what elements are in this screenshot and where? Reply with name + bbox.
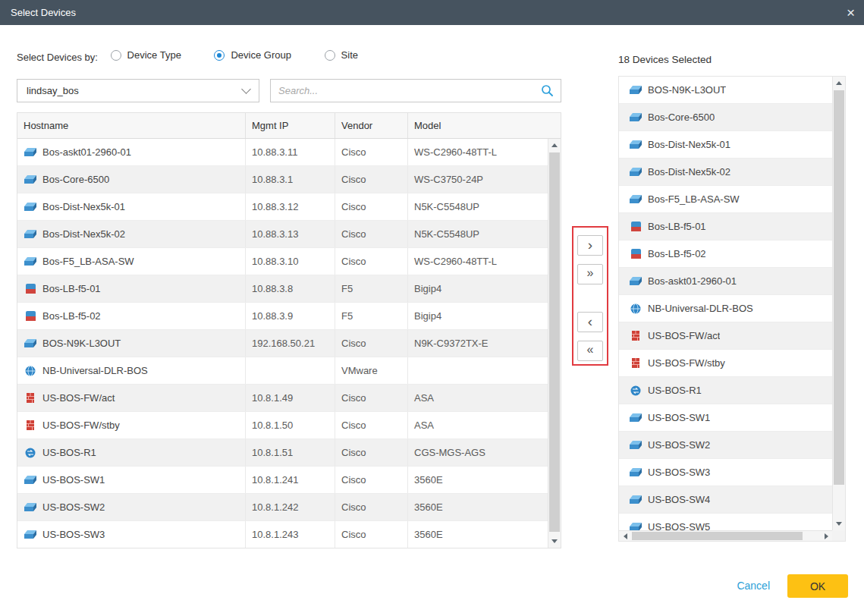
hostname-cell: Bos-LB-f5-01 — [17, 275, 245, 302]
selected-device-item[interactable]: US-BOS-SW3 — [619, 459, 832, 486]
lb-device-icon — [24, 311, 37, 321]
model-cell: N5K-C5548UP — [407, 193, 548, 220]
selected-device-item[interactable]: US-BOS-SW1 — [619, 404, 832, 432]
radio-device-type[interactable]: Device Type — [111, 49, 181, 62]
search-icon[interactable] — [541, 84, 554, 97]
vendor-cell: Cisco — [335, 521, 407, 548]
column-header-hostname[interactable]: Hostname — [17, 113, 245, 138]
column-header-mgmt-ip[interactable]: Mgmt IP — [245, 113, 335, 138]
table-row[interactable]: Bos-Dist-Nex5k-0110.88.3.12CiscoN5K-C554… — [17, 193, 548, 221]
select-devices-dialog: Select Devices × Select Devices by: Devi… — [0, 0, 864, 616]
model-cell-text: N5K-C5548UP — [414, 228, 479, 240]
selected-device-item[interactable]: US-BOS-SW5 — [619, 514, 832, 530]
table-row[interactable]: Bos-LB-f5-0210.88.3.9F5Bigip4 — [17, 303, 548, 330]
table-row[interactable]: NB-Universal-DLR-BOSVMware — [17, 357, 548, 385]
hostname-cell: US-BOS-SW1 — [17, 467, 245, 493]
router-device-icon — [24, 448, 37, 458]
selected-device-item[interactable]: Bos-Core-6500 — [619, 104, 832, 131]
vendor-cell: Cisco — [335, 193, 407, 220]
vendor-cell: Cisco — [335, 467, 407, 493]
device-group-dropdown[interactable]: lindsay_bos — [17, 79, 259, 102]
search-input[interactable] — [271, 85, 541, 96]
hostname-cell: Bos-Dist-Nex5k-01 — [17, 193, 245, 220]
selected-list-horizontal-scrollbar[interactable] — [619, 530, 832, 541]
lb-device-icon — [629, 249, 643, 259]
scroll-down-button[interactable] — [548, 535, 561, 548]
table-row[interactable]: Bos-Core-650010.88.3.1CiscoWS-C3750-24P — [17, 166, 548, 193]
selected-device-item[interactable]: NB-Universal-DLR-BOS — [619, 295, 832, 322]
selected-device-item[interactable]: US-BOS-SW2 — [619, 432, 832, 459]
hostname-cell: Bos-askt01-2960-01 — [17, 139, 245, 165]
model-cell: ASA — [407, 412, 548, 438]
table-row[interactable]: US-BOS-SW210.8.1.242Cisco3560E — [17, 494, 548, 521]
move-left-button[interactable]: ‹ — [577, 312, 603, 332]
selected-device-item[interactable]: Bos-Dist-Nex5k-01 — [619, 131, 832, 159]
vendor-cell: Cisco — [335, 330, 407, 357]
model-cell-text: N9K-C9372TX-E — [414, 338, 489, 349]
table-row[interactable]: US-BOS-FW/act10.8.1.49CiscoASA — [17, 385, 548, 412]
vendor-cell-text: Cisco — [341, 392, 366, 404]
selected-device-label: US-BOS-FW/act — [648, 330, 720, 341]
hostname-text: US-BOS-FW/act — [42, 392, 115, 404]
selected-device-item[interactable]: US-BOS-FW/act — [619, 322, 832, 350]
selected-device-item[interactable]: US-BOS-R1 — [619, 377, 832, 404]
table-row[interactable]: Bos-askt01-2960-0110.88.3.11CiscoWS-C296… — [17, 139, 548, 166]
selected-device-item[interactable]: BOS-N9K-L3OUT — [619, 77, 832, 104]
close-icon[interactable]: × — [847, 0, 855, 25]
cancel-button[interactable]: Cancel — [737, 574, 770, 598]
hostname-cell: NB-Universal-DLR-BOS — [17, 357, 245, 384]
vendor-cell-text: F5 — [341, 283, 353, 294]
selected-device-item[interactable]: US-BOS-FW/stby — [619, 350, 832, 377]
model-cell-text: ASA — [414, 420, 434, 431]
radio-label: Device Type — [127, 49, 181, 62]
table-row[interactable]: US-BOS-SW110.8.1.241Cisco3560E — [17, 467, 548, 494]
mgmt-ip-cell-text: 10.88.3.1 — [252, 174, 293, 185]
table-scrollbar[interactable] — [548, 139, 561, 548]
selected-device-item[interactable]: Bos-LB-f5-02 — [619, 240, 832, 268]
switch-device-icon — [24, 147, 37, 157]
selected-device-label: BOS-N9K-L3OUT — [648, 84, 726, 96]
switch-device-icon — [629, 276, 643, 286]
table-row[interactable]: US-BOS-SW310.8.1.243Cisco3560E — [17, 521, 548, 548]
move-all-left-button[interactable]: « — [577, 341, 603, 361]
scrollbar-thumb[interactable] — [549, 152, 560, 532]
selected-device-item[interactable]: Bos-F5_LB-ASA-SW — [619, 186, 832, 213]
selected-device-item[interactable]: Bos-LB-f5-01 — [619, 213, 832, 240]
move-all-right-button[interactable]: » — [577, 264, 603, 284]
table-row[interactable]: BOS-N9K-L3OUT192.168.50.21CiscoN9K-C9372… — [17, 330, 548, 357]
switch-device-icon — [629, 112, 643, 122]
vendor-cell: F5 — [335, 275, 407, 302]
ok-button[interactable]: OK — [787, 574, 848, 598]
scroll-right-button[interactable] — [820, 531, 832, 541]
switch-device-icon — [24, 202, 37, 212]
table-row[interactable]: US-BOS-FW/stby10.8.1.50CiscoASA — [17, 412, 548, 439]
selected-device-item[interactable]: Bos-askt01-2960-01 — [619, 268, 832, 295]
move-right-button[interactable]: › — [577, 235, 603, 256]
device-table-header: Hostname Mgmt IP Vendor Model — [17, 113, 561, 139]
table-row[interactable]: Bos-LB-f5-0110.88.3.8F5Bigip4 — [17, 275, 548, 303]
scrollbar-thumb[interactable] — [632, 532, 803, 540]
table-row[interactable]: Bos-Dist-Nex5k-0210.88.3.13CiscoN5K-C554… — [17, 221, 548, 248]
scroll-up-button[interactable] — [833, 77, 845, 90]
radio-site[interactable]: Site — [325, 49, 358, 62]
vendor-cell-text: Cisco — [341, 228, 366, 240]
hostname-text: Bos-askt01-2960-01 — [42, 146, 131, 158]
column-header-vendor[interactable]: Vendor — [335, 113, 407, 138]
model-cell-text: WS-C3750-24P — [414, 174, 483, 185]
table-row[interactable]: Bos-F5_LB-ASA-SW10.88.3.10CiscoWS-C2960-… — [17, 248, 548, 275]
selected-device-label: Bos-LB-f5-02 — [648, 248, 706, 259]
scroll-down-button[interactable] — [833, 517, 845, 530]
selected-list-vertical-scrollbar[interactable] — [832, 77, 845, 530]
switch-device-icon — [629, 194, 643, 204]
table-row[interactable]: US-BOS-R110.8.1.51CiscoCGS-MGS-AGS — [17, 439, 548, 467]
radio-device-group[interactable]: Device Group — [214, 49, 291, 62]
selected-device-item[interactable]: US-BOS-SW4 — [619, 486, 832, 514]
scrollbar-thumb[interactable] — [834, 90, 844, 485]
hostname-cell: US-BOS-R1 — [17, 439, 245, 466]
selected-device-item[interactable]: Bos-Dist-Nex5k-02 — [619, 159, 832, 186]
switch-device-icon — [629, 85, 643, 95]
scroll-up-button[interactable] — [548, 139, 561, 152]
scroll-left-button[interactable] — [619, 531, 631, 541]
hostname-text: US-BOS-SW1 — [42, 474, 105, 486]
column-header-model[interactable]: Model — [407, 113, 561, 138]
